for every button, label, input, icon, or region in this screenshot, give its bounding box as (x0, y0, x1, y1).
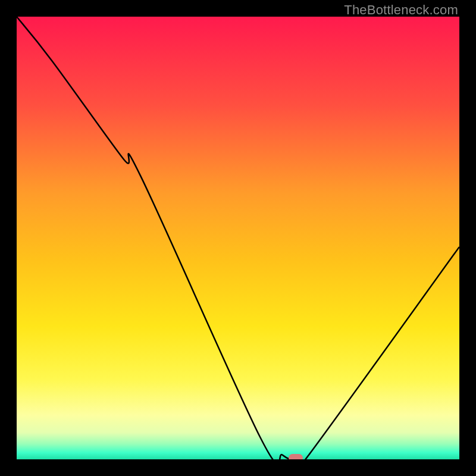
watermark-text: TheBottleneck.com (344, 2, 458, 18)
optimal-marker (289, 454, 303, 459)
chart-container: TheBottleneck.com (0, 0, 476, 476)
bottleneck-curve (17, 17, 459, 459)
plot-area (17, 17, 459, 459)
